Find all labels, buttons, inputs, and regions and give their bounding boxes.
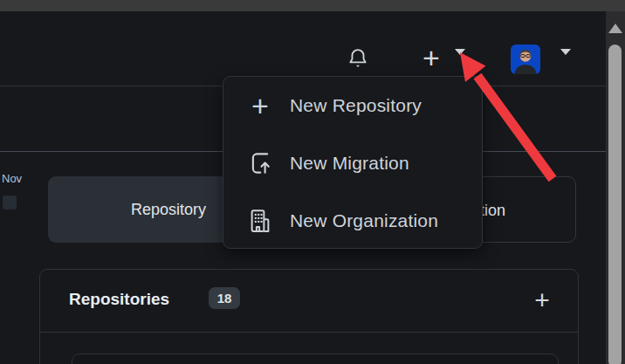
menu-item-label: New Organization [290, 210, 438, 231]
user-avatar[interactable] [511, 45, 540, 74]
checkbox[interactable] [3, 196, 17, 209]
user-menu-caret-button[interactable] [559, 55, 573, 64]
scrollbar-thumb[interactable] [608, 45, 622, 364]
plus-icon: + [534, 285, 550, 314]
menu-item-label: New Migration [290, 153, 409, 174]
chevron-down-icon [455, 49, 465, 68]
repositories-panel-header: Repositories 18 + [40, 270, 578, 333]
organization-icon [246, 207, 274, 235]
new-plus-button[interactable]: + [417, 40, 445, 75]
new-dropdown-menu: + New Repository New Migration [223, 76, 483, 249]
menu-item-label: New Repository [290, 95, 422, 116]
plus-icon: + [422, 41, 440, 74]
bell-icon [346, 60, 370, 73]
tab-label: Repository [131, 201, 206, 219]
scrollbar [606, 11, 625, 364]
menu-item-new-organization[interactable]: New Organization [223, 192, 482, 250]
avatar-image [511, 45, 540, 74]
window-titlebar [0, 0, 625, 11]
app-window: + Nov Repository Organization [0, 0, 625, 364]
repo-count-badge: 18 [209, 287, 240, 309]
repositories-panel: Repositories 18 + [39, 269, 579, 364]
new-dropdown-caret-button[interactable] [453, 55, 467, 64]
add-repository-button[interactable]: + [529, 282, 555, 319]
panel-title: Repositories [69, 290, 169, 309]
chevron-down-icon [560, 49, 571, 68]
migration-icon [246, 149, 274, 177]
heatmap-month-label: Nov [2, 172, 22, 185]
menu-item-new-migration[interactable]: New Migration [223, 134, 482, 192]
menu-item-new-repository[interactable]: + New Repository [223, 77, 482, 134]
plus-icon: + [246, 92, 274, 120]
notifications-button[interactable] [346, 46, 370, 71]
repo-search-box[interactable] [72, 354, 559, 364]
scroll-up-arrow-icon[interactable] [608, 24, 622, 33]
